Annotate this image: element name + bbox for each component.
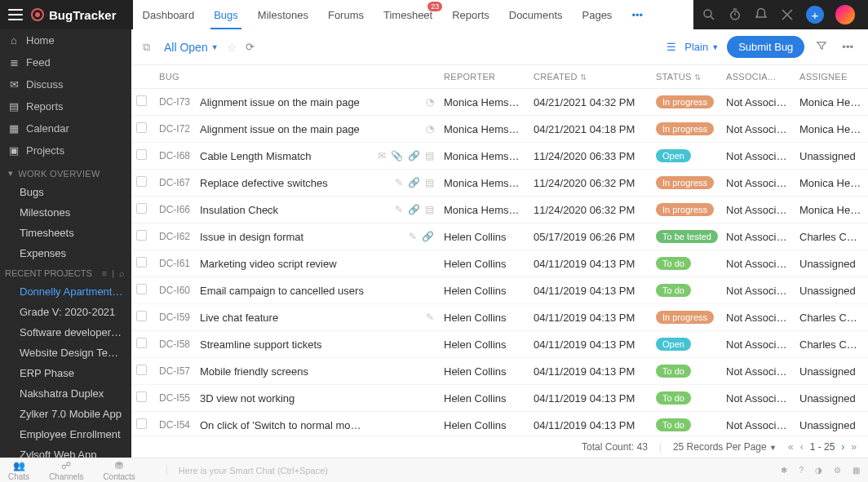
bell-icon[interactable] [754, 7, 768, 22]
edit-icon[interactable]: ✎ [395, 177, 403, 188]
sidebar-item-home[interactable]: ⌂Home [0, 29, 131, 51]
recent-project-item[interactable]: Donnelly Apartments C [0, 281, 131, 302]
col-status[interactable]: STATUS⇅ [651, 65, 721, 89]
row-checkbox[interactable] [136, 257, 147, 268]
status-badge[interactable]: In progress [656, 95, 714, 108]
table-row[interactable]: DC-I57Mobile friendly screensHelen Colli… [131, 358, 868, 385]
page-first-icon[interactable]: « [788, 441, 794, 453]
bug-title[interactable]: Alignment issue on the main page [195, 89, 369, 116]
status-badge[interactable]: To do [656, 365, 691, 378]
link-icon[interactable]: 🔗 [408, 204, 420, 215]
page-icon[interactable]: ▤ [425, 150, 434, 161]
bug-title[interactable]: Replace defective switches [195, 170, 369, 197]
sidebar-item-bugs[interactable]: Bugs [0, 182, 131, 202]
page-last-icon[interactable]: » [851, 441, 857, 453]
sidebar-item-milestones[interactable]: Milestones [0, 202, 131, 223]
table-row[interactable]: DC-I68Cable Length Mismatch✉📎🔗▤Monica He… [131, 143, 868, 170]
table-row[interactable]: DC-I60Email campaign to cancelled usersH… [131, 277, 868, 304]
page-icon[interactable]: ▤ [425, 204, 434, 215]
refresh-icon[interactable]: ⟳ [246, 41, 255, 53]
row-checkbox[interactable] [136, 122, 147, 133]
col-bug[interactable]: BUG [154, 65, 439, 89]
clock-icon[interactable]: ◔ [426, 96, 434, 108]
nav-pages[interactable]: Pages [573, 0, 622, 29]
nav-dashboard[interactable]: Dashboard [133, 0, 205, 29]
clock-icon[interactable]: ◔ [426, 123, 434, 135]
page-prev-icon[interactable]: ‹ [800, 441, 804, 453]
table-row[interactable]: DC-I61Marketing video script reviewHelen… [131, 250, 868, 277]
row-checkbox[interactable] [136, 418, 147, 429]
table-row[interactable]: DC-I62Issue in design format✎🔗Helen Coll… [131, 223, 868, 250]
bug-title[interactable]: Alignment issue on the main page [195, 116, 369, 143]
edit-icon[interactable]: ✎ [409, 231, 417, 242]
status-badge[interactable]: In progress [656, 176, 714, 189]
list-view-icon[interactable]: ☰ [666, 41, 676, 53]
nav-documents[interactable]: Documents [499, 0, 573, 29]
recent-project-item[interactable]: Grade V: 2020-2021 [0, 302, 131, 322]
sidebar-item-feed[interactable]: ≣Feed [0, 51, 131, 73]
work-overview-heading[interactable]: ▾ WORK OVERVIEW [0, 161, 131, 182]
status-badge[interactable]: To do [656, 284, 691, 297]
bottom-chats[interactable]: 👥Chats [8, 460, 29, 481]
add-button[interactable]: + [806, 6, 824, 24]
timer-icon[interactable] [728, 7, 742, 22]
edit-icon[interactable]: ✎ [395, 204, 403, 215]
recent-project-item[interactable]: Website Design Templa [0, 343, 131, 363]
sidebar-item-projects[interactable]: ▣Projects [0, 139, 131, 161]
bug-title[interactable]: Marketing video script review [195, 250, 369, 277]
row-checkbox[interactable] [136, 284, 147, 294]
settings-icon[interactable]: ⚙ [834, 466, 841, 475]
attach-icon[interactable]: 📎 [391, 150, 403, 161]
bug-title[interactable]: Cable Length Mismatch [195, 143, 369, 170]
nav-more-icon[interactable]: ••• [622, 0, 653, 29]
smart-chat-input[interactable]: Here is your Smart Chat (Ctrl+Space) [166, 466, 767, 475]
bug-title[interactable]: Email campaign to cancelled users [195, 277, 369, 304]
search-icon[interactable] [702, 7, 716, 22]
table-row[interactable]: DC-I73Alignment issue on the main page◔M… [131, 89, 868, 116]
col-created[interactable]: CREATED⇅ [529, 65, 651, 89]
tools-icon[interactable] [780, 7, 795, 22]
nav-milestones[interactable]: Milestones [248, 0, 318, 29]
row-checkbox[interactable] [136, 365, 147, 375]
sidebar-item-timesheets[interactable]: Timesheets [0, 223, 131, 243]
collapse-icon[interactable]: ⧉ [143, 41, 156, 54]
star-icon[interactable]: ☆ [227, 41, 237, 54]
status-badge[interactable]: Open [656, 149, 691, 162]
page-icon[interactable]: ▤ [425, 177, 434, 188]
bug-icon[interactable]: ✱ [781, 466, 787, 475]
sidebar-item-reports[interactable]: ▤Reports [0, 95, 131, 117]
col-checkbox[interactable] [131, 65, 154, 89]
submit-bug-button[interactable]: Submit Bug [727, 36, 804, 58]
edit-icon[interactable]: ✎ [426, 312, 434, 323]
bug-title[interactable]: Insulation Check [195, 197, 369, 223]
row-checkbox[interactable] [136, 230, 147, 241]
nav-reports[interactable]: Reports [442, 0, 499, 29]
more-icon[interactable]: ••• [839, 41, 857, 53]
status-badge[interactable]: Open [656, 338, 691, 351]
status-badge[interactable]: To be tested [656, 230, 718, 243]
nav-timesheet[interactable]: Timesheet23 [374, 0, 442, 29]
menu-hamburger-icon[interactable] [8, 9, 23, 20]
row-checkbox[interactable] [136, 203, 147, 214]
table-row[interactable]: DC-I59Live chat feature✎Helen Collins04/… [131, 304, 868, 331]
avatar[interactable] [835, 5, 855, 24]
status-badge[interactable]: In progress [656, 311, 714, 324]
col-assignee[interactable]: ASSIGNEE [795, 65, 868, 89]
link-icon[interactable]: 🔗 [408, 177, 420, 188]
nav-forums[interactable]: Forums [318, 0, 374, 29]
sidebar-item-calendar[interactable]: ▦Calendar [0, 117, 131, 139]
recent-project-item[interactable]: Software developers re [0, 322, 131, 343]
row-checkbox[interactable] [136, 338, 147, 348]
status-badge[interactable]: In progress [656, 203, 714, 216]
view-mode-dropdown[interactable]: Plain ▼ [684, 41, 719, 53]
per-page-dropdown[interactable]: 25 Records Per Page ▼ [673, 441, 777, 453]
search-icon[interactable]: ⌕ [119, 268, 125, 278]
bug-title[interactable]: Issue in design format [195, 223, 369, 250]
list-icon[interactable]: ≡ [102, 268, 107, 278]
help-icon[interactable]: ? [799, 466, 804, 475]
grid-icon[interactable]: ▦ [852, 466, 860, 475]
chat-icon[interactable]: ✉ [378, 150, 386, 161]
table-row[interactable]: DC-I553D view not workingHelen Collins04… [131, 385, 868, 412]
status-badge[interactable]: To do [656, 257, 691, 270]
table-row[interactable]: DC-I67Replace defective switches✎🔗▤Monic… [131, 170, 868, 197]
